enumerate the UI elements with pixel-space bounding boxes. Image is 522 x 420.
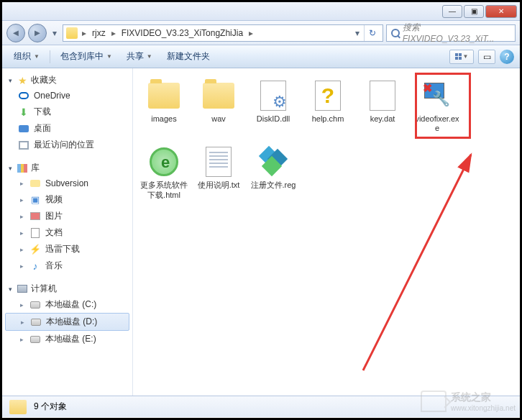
expand-icon: ▸ bbox=[18, 213, 25, 220]
picture-icon bbox=[30, 212, 40, 220]
document-icon bbox=[31, 228, 40, 238]
preview-pane-button[interactable]: ▭ bbox=[478, 50, 495, 64]
nav-back-button[interactable]: ◄ bbox=[6, 24, 25, 42]
breadcrumb-sep-icon: ▸ bbox=[110, 28, 117, 38]
explorer-window: — ▣ ✕ ◄ ► ▾ ▸ rjxz ▸ FIXVIDEO_V3.23_XiTo… bbox=[0, 0, 522, 420]
thunder-icon: ⚡ bbox=[29, 244, 41, 255]
titlebar: — ▣ ✕ bbox=[2, 2, 520, 21]
breadcrumb-sep-icon: ▸ bbox=[247, 28, 255, 38]
sidebar-item-documents[interactable]: ▸ 文档 bbox=[2, 224, 132, 241]
status-bar: 9 个对象 bbox=[2, 396, 520, 417]
sidebar-item-subversion[interactable]: ▸ Subversion bbox=[2, 175, 132, 191]
search-icon bbox=[391, 29, 400, 37]
dll-icon bbox=[260, 81, 286, 111]
breadcrumb-item[interactable]: rjxz bbox=[89, 27, 109, 40]
navbar: ◄ ► ▾ ▸ rjxz ▸ FIXVIDEO_V3.23_XiTongZhiJ… bbox=[2, 21, 520, 45]
file-folder-wav[interactable]: wav bbox=[193, 76, 244, 136]
disk-icon bbox=[30, 336, 40, 343]
refresh-button[interactable]: ↻ bbox=[364, 25, 380, 41]
file-html-download[interactable]: 更多系统软件下载.html bbox=[139, 142, 189, 202]
grid-icon bbox=[455, 53, 462, 60]
file-grid: images wav DiskID.dll ? help.chm key.dat bbox=[139, 76, 514, 203]
share-button[interactable]: 共享▼ bbox=[121, 47, 158, 65]
sidebar-item-downloads[interactable]: ⬇ 下载 bbox=[2, 104, 132, 120]
collapse-icon: ▾ bbox=[6, 286, 14, 293]
disk-icon bbox=[30, 301, 40, 309]
folder-icon bbox=[66, 27, 78, 39]
file-view[interactable]: images wav DiskID.dll ? help.chm key.dat bbox=[133, 68, 520, 396]
include-library-button[interactable]: 包含到库中▼ bbox=[55, 47, 118, 65]
sidebar-item-pictures[interactable]: ▸ 图片 bbox=[2, 208, 132, 224]
breadcrumb-item[interactable]: FIXVIDEO_V3.23_XiTongZhiJia bbox=[119, 27, 246, 40]
computer-group[interactable]: ▾ 计算机 bbox=[2, 281, 132, 296]
organize-button[interactable]: 组织▼ bbox=[8, 47, 45, 65]
folder-icon bbox=[148, 83, 180, 109]
sidebar-item-desktop[interactable]: 桌面 bbox=[2, 120, 132, 137]
folder-icon bbox=[30, 180, 40, 187]
close-button[interactable]: ✕ bbox=[485, 5, 517, 18]
nav-history-dropdown[interactable]: ▾ bbox=[50, 26, 60, 40]
reg-icon bbox=[259, 147, 288, 176]
file-exe-videofixer[interactable]: ✖🔧 videofixer.exe bbox=[412, 76, 462, 136]
desktop-icon bbox=[19, 125, 29, 132]
sidebar-item-drive-d[interactable]: ▸ 本地磁盘 (D:) bbox=[5, 313, 129, 331]
window-controls: — ▣ ✕ bbox=[442, 5, 517, 18]
minimize-button[interactable]: — bbox=[442, 5, 462, 18]
expand-icon: ▸ bbox=[18, 196, 25, 204]
library-icon bbox=[17, 164, 27, 173]
expand-icon: ▸ bbox=[18, 301, 25, 309]
file-folder-images[interactable]: images bbox=[139, 76, 189, 136]
file-dat-key[interactable]: key.dat bbox=[357, 76, 408, 136]
file-dll-diskid[interactable]: DiskID.dll bbox=[248, 76, 298, 136]
expand-icon: ▸ bbox=[18, 229, 25, 237]
expand-icon: ▸ bbox=[18, 246, 25, 253]
view-mode-button[interactable]: ▼ bbox=[449, 50, 474, 64]
star-icon: ★ bbox=[17, 75, 28, 86]
video-icon: ▣ bbox=[29, 194, 41, 206]
sidebar-item-music[interactable]: ▸ ♪ 音乐 bbox=[2, 257, 132, 274]
expand-icon: ▸ bbox=[19, 319, 26, 326]
search-box[interactable]: 搜索 FIXVIDEO_V3.23_XiT... bbox=[386, 24, 516, 42]
expand-icon: ▸ bbox=[18, 336, 25, 343]
collapse-icon: ▾ bbox=[6, 77, 14, 84]
new-folder-button[interactable]: 新建文件夹 bbox=[161, 47, 216, 65]
address-bar[interactable]: ▸ rjxz ▸ FIXVIDEO_V3.23_XiTongZhiJia ▸ ▾… bbox=[63, 24, 383, 42]
html-icon bbox=[150, 147, 178, 176]
sidebar-item-recent[interactable]: 最近访问的位置 bbox=[2, 137, 132, 153]
onedrive-icon bbox=[19, 92, 29, 99]
sidebar-item-drive-e[interactable]: ▸ 本地磁盘 (E:) bbox=[2, 331, 132, 347]
disk-icon bbox=[31, 319, 41, 326]
favorites-group[interactable]: ▾ ★ 收藏夹 bbox=[2, 73, 132, 88]
nav-forward-button[interactable]: ► bbox=[28, 24, 47, 42]
search-placeholder: 搜索 FIXVIDEO_V3.23_XiT... bbox=[403, 22, 510, 44]
main-area: ▾ ★ 收藏夹 OneDrive ⬇ 下载 桌面 bbox=[2, 68, 520, 396]
dat-icon bbox=[370, 81, 395, 111]
sidebar-item-drive-c[interactable]: ▸ 本地磁盘 (C:) bbox=[2, 296, 132, 313]
help-file-icon: ? bbox=[315, 81, 341, 111]
sidebar-item-videos[interactable]: ▸ ▣ 视频 bbox=[2, 191, 132, 208]
status-count: 9 个对象 bbox=[34, 401, 67, 413]
navigation-pane: ▾ ★ 收藏夹 OneDrive ⬇ 下载 桌面 bbox=[2, 68, 133, 396]
download-icon: ⬇ bbox=[18, 106, 29, 118]
file-reg-register[interactable]: 注册文件.reg bbox=[248, 142, 298, 202]
folder-icon bbox=[203, 83, 234, 109]
maximize-button[interactable]: ▣ bbox=[464, 5, 484, 18]
file-txt-readme[interactable]: 使用说明.txt bbox=[193, 142, 244, 202]
sidebar-item-onedrive[interactable]: OneDrive bbox=[2, 88, 132, 104]
libraries-group[interactable]: ▾ 库 bbox=[2, 160, 132, 175]
expand-icon: ▸ bbox=[18, 262, 25, 270]
folder-icon bbox=[9, 400, 27, 414]
computer-icon bbox=[17, 285, 27, 293]
help-button[interactable]: ? bbox=[500, 50, 514, 64]
txt-icon bbox=[206, 147, 232, 177]
recent-icon bbox=[19, 141, 29, 150]
music-icon: ♪ bbox=[29, 260, 41, 272]
breadcrumb-sep-icon: ▸ bbox=[81, 28, 88, 38]
sidebar-item-thunder[interactable]: ▸ ⚡ 迅雷下载 bbox=[2, 241, 132, 257]
expand-icon: ▸ bbox=[18, 180, 25, 187]
collapse-icon: ▾ bbox=[6, 165, 14, 172]
file-chm-help[interactable]: ? help.chm bbox=[303, 76, 353, 136]
toolbar: 组织▼ 包含到库中▼ 共享▼ 新建文件夹 ▼ ▭ ? bbox=[2, 45, 520, 68]
toolbar-separator bbox=[50, 50, 50, 63]
address-dropdown[interactable]: ▾ bbox=[352, 26, 362, 40]
